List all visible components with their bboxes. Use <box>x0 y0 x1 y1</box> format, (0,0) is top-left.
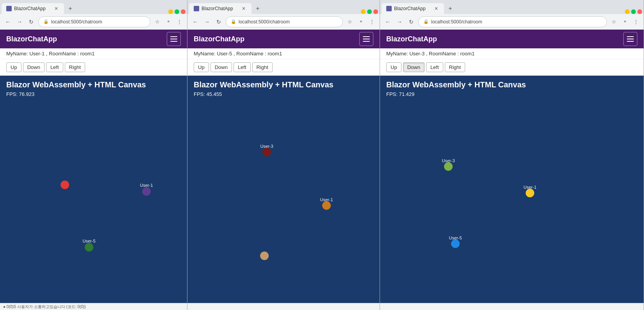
maximize-btn-2[interactable] <box>367 9 372 14</box>
hamburger-btn-1[interactable] <box>167 32 181 46</box>
new-tab-btn-1[interactable]: + <box>65 3 76 14</box>
up-btn-1[interactable]: Up <box>6 62 21 72</box>
new-tab-btn-3[interactable]: + <box>445 3 456 14</box>
hamburger-line-4 <box>363 36 370 37</box>
player-green3-3 <box>444 162 453 171</box>
player-purple-1 <box>142 187 151 196</box>
toolbar-icons-3: ☆ ⚬ ⋮ <box>609 17 640 27</box>
forward-btn-3[interactable]: → <box>395 17 404 27</box>
menu-icon-2[interactable]: ⋮ <box>367 17 376 27</box>
app-content-2: BlazorChatApp MyName: User-5 , RoomName … <box>187 30 380 310</box>
tab-close-2[interactable]: ✕ <box>241 5 247 12</box>
person-icon-3[interactable]: ⚬ <box>620 17 630 27</box>
left-btn-3[interactable]: Left <box>426 62 443 72</box>
canvas-title-3: Blazor WebAssembly + HTML Canvas <box>386 80 526 89</box>
lock-icon-1: 🔒 <box>43 19 49 24</box>
player-red-1 <box>61 181 69 189</box>
brand-1: BlazorChatApp <box>6 35 167 43</box>
tab-favicon-2 <box>194 6 199 11</box>
brand-2: BlazorChatApp <box>194 35 359 43</box>
user-info-text-2: MyName: User-5 , RoomName : room1 <box>194 51 282 57</box>
tab-label-3: BlazorChatApp <box>394 6 431 11</box>
up-btn-3[interactable]: Up <box>386 62 401 72</box>
forward-btn-2[interactable]: → <box>202 17 212 27</box>
star-icon-3[interactable]: ☆ <box>609 17 619 27</box>
reload-btn-3[interactable]: ↻ <box>407 17 416 27</box>
person-icon-2[interactable]: ⚬ <box>356 17 366 27</box>
minimize-btn-2[interactable] <box>361 9 366 14</box>
tab-label-2: BlazorChatApp <box>202 6 238 11</box>
reload-btn-1[interactable]: ↻ <box>27 17 36 27</box>
user-info-bar-2: MyName: User-5 , RoomName : room1 <box>187 48 380 59</box>
lock-icon-3: 🔒 <box>423 19 429 24</box>
navbar-1: BlazorChatApp <box>0 30 187 48</box>
hamburger-btn-3[interactable] <box>623 32 637 46</box>
browser-window-3: BlazorChatApp ✕ + ← → ↻ 🔒 localhost:5000… <box>380 0 644 310</box>
right-btn-3[interactable]: Right <box>445 62 465 72</box>
maximize-btn-1[interactable] <box>175 9 179 14</box>
tab-close-1[interactable]: ✕ <box>53 5 59 12</box>
tab-1[interactable]: BlazorChatApp ✕ <box>2 3 64 14</box>
maximize-btn-3[interactable] <box>631 9 636 14</box>
brand-3: BlazorChatApp <box>386 35 623 43</box>
tab-favicon-1 <box>6 6 12 11</box>
down-btn-2[interactable]: Down <box>211 62 232 72</box>
navbar-2: BlazorChatApp <box>187 30 380 48</box>
back-btn-3[interactable]: ← <box>383 17 392 27</box>
toolbar-icons-2: ☆ ⚬ ⋮ <box>345 17 376 27</box>
down-btn-1[interactable]: Down <box>23 62 45 72</box>
left-btn-2[interactable]: Left <box>234 62 251 72</box>
menu-icon-1[interactable]: ⋮ <box>175 17 184 27</box>
canvas-2: Blazor WebAssembly + HTML Canvas FPS: 45… <box>187 76 380 303</box>
up-btn-2[interactable]: Up <box>194 62 209 72</box>
tab-close-3[interactable]: ✕ <box>433 5 439 12</box>
address-text-1: localhost:5000/chatroom <box>51 19 102 25</box>
tab-2[interactable]: BlazorChatApp ✕ <box>189 3 252 14</box>
address-bar-3: ← → ↻ 🔒 localhost:5000/chatroom ☆ ⚬ ⋮ <box>380 14 644 30</box>
close-btn-2[interactable] <box>373 9 378 14</box>
new-tab-btn-2[interactable]: + <box>252 3 263 14</box>
address-input-3[interactable]: 🔒 localhost:5000/chatroom <box>418 16 607 27</box>
hamburger-btn-2[interactable] <box>359 32 373 46</box>
address-text-3: localhost:5000/chatroom <box>431 19 482 25</box>
close-btn-3[interactable] <box>637 9 642 14</box>
win-controls-3 <box>625 9 642 14</box>
address-text-2: localhost:5000/chatroom <box>239 19 290 25</box>
hamburger-line-6 <box>363 41 370 42</box>
minimize-btn-3[interactable] <box>625 9 630 14</box>
right-btn-2[interactable]: Right <box>252 62 273 72</box>
person-icon-1[interactable]: ⚬ <box>164 17 173 27</box>
address-bar-1: ← → ↻ 🔒 localhost:5000/chatroom ☆ ⚬ ⋮ <box>0 14 187 30</box>
back-btn-1[interactable]: ← <box>3 17 12 27</box>
player-green-1 <box>85 243 93 252</box>
user-info-bar-3: MyName: User-3 , RoomName : room1 <box>380 48 644 59</box>
tab-3[interactable]: BlazorChatApp ✕ <box>382 3 444 14</box>
star-icon-2[interactable]: ☆ <box>345 17 355 27</box>
minimize-btn-1[interactable] <box>168 9 173 14</box>
hamburger-line-2 <box>170 39 177 39</box>
menu-icon-3[interactable]: ⋮ <box>631 17 640 27</box>
status-text-1: ● 0(0)S 사용자가 소통하고있습니다 (코드: 0(0)) <box>3 304 86 310</box>
win-controls-2 <box>361 9 378 14</box>
app-content-3: BlazorChatApp MyName: User-3 , RoomName … <box>380 30 644 310</box>
address-input-2[interactable]: 🔒 localhost:5000/chatroom <box>226 16 343 27</box>
star-icon-1[interactable]: ☆ <box>153 17 162 27</box>
right-btn-1[interactable]: Right <box>65 62 85 72</box>
player-orange-2 <box>322 201 331 210</box>
player-brown-2 <box>262 148 271 156</box>
canvas-fps-3: FPS: 71.429 <box>386 91 414 97</box>
player-yellow-3 <box>526 189 534 197</box>
address-bar-2: ← → ↻ 🔒 localhost:5000/chatroom ☆ ⚬ ⋮ <box>187 14 380 30</box>
forward-btn-1[interactable]: → <box>15 17 24 27</box>
canvas-title-2: Blazor WebAssembly + HTML Canvas <box>194 80 334 89</box>
address-input-1[interactable]: 🔒 localhost:5000/chatroom <box>38 16 150 27</box>
down-btn-3[interactable]: Down <box>403 62 425 72</box>
navbar-3: BlazorChatApp <box>380 30 644 48</box>
toolbar-icons-1: ☆ ⚬ ⋮ <box>153 17 184 27</box>
left-btn-1[interactable]: Left <box>46 62 63 72</box>
close-btn-1[interactable] <box>181 9 186 14</box>
reload-btn-2[interactable]: ↻ <box>214 17 223 27</box>
hamburger-line-7 <box>627 36 634 37</box>
back-btn-2[interactable]: ← <box>191 17 200 27</box>
canvas-1: Blazor WebAssembly + HTML Canvas FPS: 76… <box>0 76 187 303</box>
